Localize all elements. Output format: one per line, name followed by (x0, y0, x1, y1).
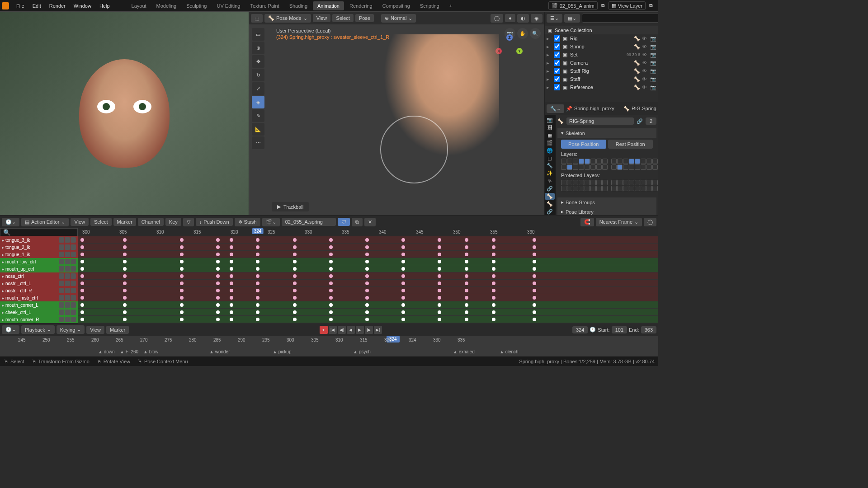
tree-checkbox[interactable] (554, 52, 560, 58)
expand-icon[interactable]: ▸ (2, 238, 4, 243)
next-keyframe-btn[interactable]: |▶ (365, 326, 373, 334)
mute-icon[interactable] (65, 273, 70, 279)
keyframe[interactable] (293, 289, 297, 292)
keyframe[interactable] (492, 282, 495, 285)
keyframe[interactable] (438, 267, 441, 271)
copy-layer-icon[interactable]: ⧉ (649, 3, 653, 9)
keyframe[interactable] (230, 310, 233, 314)
visibility-icon[interactable]: 👁 (642, 36, 648, 41)
keyframe[interactable] (293, 274, 297, 278)
copy-scene-icon[interactable]: ⧉ (601, 3, 605, 9)
viewlayer-selector[interactable]: ▦ View Layer (609, 1, 646, 10)
keyframe[interactable] (533, 260, 536, 263)
layer-toggle[interactable] (629, 164, 634, 170)
keyframe[interactable] (438, 282, 441, 285)
layer-toggle[interactable] (635, 164, 640, 170)
keyframe[interactable] (123, 245, 127, 249)
tl-marker-pickup[interactable]: ▲ pickup (273, 349, 292, 354)
keyframe[interactable] (80, 296, 84, 300)
jump-start-btn[interactable]: |◀ (329, 326, 337, 334)
tab-compositing[interactable]: Compositing (378, 1, 415, 10)
layer-toggle[interactable] (617, 186, 623, 191)
mute-icon[interactable] (65, 244, 70, 250)
layer-toggle[interactable] (635, 159, 640, 164)
keyframe[interactable] (123, 296, 127, 300)
ds-menu-channel[interactable]: Channel (138, 218, 164, 226)
keyframe[interactable] (465, 267, 468, 271)
keyframe[interactable] (492, 310, 495, 314)
lock-icon[interactable] (71, 244, 76, 250)
marker-extreme[interactable]: extreme (489, 323, 505, 324)
mute-icon[interactable] (65, 295, 70, 300)
tree-item-rig[interactable]: ▸ ▣ Rig 🦴 👁 📷 (545, 34, 658, 42)
keyframe[interactable] (180, 282, 184, 285)
keyframe[interactable] (293, 260, 297, 263)
keyframe[interactable] (293, 282, 297, 285)
keyframe[interactable] (533, 274, 536, 278)
layer-toggle[interactable] (635, 186, 640, 191)
layer-toggle[interactable] (646, 186, 652, 191)
channel-cheek_ctrl_L[interactable]: ▸cheek_ctrl_L (0, 309, 78, 316)
track[interactable] (78, 251, 658, 258)
keyframe[interactable] (533, 282, 536, 285)
keyframe[interactable] (216, 296, 220, 300)
wrench-icon[interactable] (59, 281, 64, 286)
layer-toggle[interactable] (573, 180, 578, 185)
expand-icon[interactable]: ▸ (2, 281, 4, 286)
keyframe[interactable] (256, 289, 259, 292)
keyframe[interactable] (401, 296, 405, 300)
keyframe[interactable] (533, 303, 536, 307)
keyframe[interactable] (256, 238, 259, 242)
wrench-icon[interactable] (59, 295, 64, 300)
marker-down[interactable]: down (321, 323, 331, 324)
mute-icon[interactable] (65, 259, 70, 264)
keyframe[interactable] (465, 245, 468, 249)
tab-scripting[interactable]: Scripting (415, 1, 444, 10)
keyframe[interactable] (533, 238, 536, 242)
tab-uv[interactable]: UV Editing (212, 1, 245, 10)
tl-view-menu[interactable]: View (86, 326, 104, 334)
rotation-gizmo[interactable] (380, 116, 448, 183)
keyframe[interactable] (365, 303, 369, 307)
keyframe[interactable] (230, 238, 233, 242)
keyframe[interactable] (230, 274, 233, 278)
keyframe[interactable] (492, 289, 495, 292)
keyframe[interactable] (492, 303, 495, 307)
scene-selector[interactable]: 🎬 02_055_A.anim (548, 1, 598, 10)
keyframe[interactable] (492, 238, 495, 242)
layer-toggle[interactable] (611, 159, 617, 164)
outliner-type-icon[interactable]: ☰⌄ (547, 14, 562, 23)
layer-toggle[interactable] (590, 164, 596, 170)
keyframe[interactable] (123, 318, 127, 321)
keyframe[interactable] (216, 267, 220, 271)
layer-toggle[interactable] (623, 186, 628, 191)
keyframe[interactable] (216, 318, 220, 321)
mute-icon[interactable] (65, 281, 70, 286)
channel-nostril_ctrl_R[interactable]: ▸nostril_ctrl_R (0, 287, 78, 294)
keyframe[interactable] (465, 318, 468, 321)
channel-search[interactable] (0, 228, 78, 236)
render-visibility-icon[interactable]: 📷 (650, 68, 656, 74)
tab-constraint-icon[interactable]: 🔗 (545, 185, 555, 192)
shading-solid-icon[interactable]: ● (505, 14, 515, 22)
ds-menu-marker[interactable]: Marker (113, 218, 136, 226)
channel-mouth_low_ctrl[interactable]: ▸mouth_low_ctrl (0, 258, 78, 265)
keyframe[interactable] (293, 245, 297, 249)
keyframe[interactable] (438, 253, 441, 256)
keyframe[interactable] (465, 282, 468, 285)
keyframe[interactable] (180, 238, 184, 242)
keyframe[interactable] (80, 274, 84, 278)
keyframe[interactable] (180, 267, 184, 271)
shading-rendered-icon[interactable]: ◉ (531, 14, 542, 23)
keyframe[interactable] (329, 245, 333, 249)
layer-toggle[interactable] (590, 186, 596, 191)
render-visibility-icon[interactable]: 📷 (650, 84, 656, 90)
start-frame-field[interactable]: 101 (612, 326, 627, 333)
tab-sculpting[interactable]: Sculpting (182, 1, 211, 10)
keyframe[interactable] (533, 245, 536, 249)
layer-toggle[interactable] (590, 159, 596, 164)
keyframe[interactable] (80, 303, 84, 307)
tree-checkbox[interactable] (554, 76, 560, 82)
expand-icon[interactable]: ▸ (2, 296, 4, 300)
keyframe[interactable] (180, 289, 184, 292)
